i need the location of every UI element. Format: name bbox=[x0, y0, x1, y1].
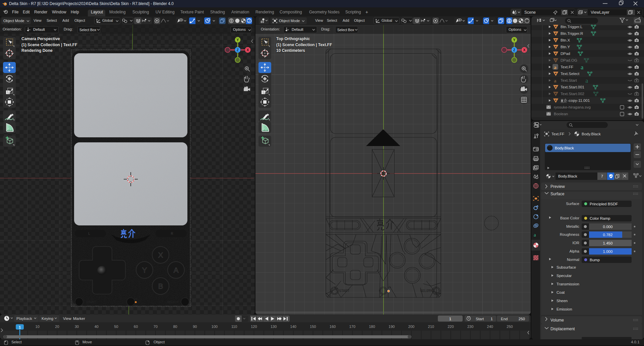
svg-text:70: 70 bbox=[154, 325, 158, 329]
svg-text:190: 190 bbox=[389, 325, 395, 329]
svg-text:130: 130 bbox=[271, 325, 277, 329]
svg-text:Text.FF: Text.FF bbox=[551, 132, 564, 136]
svg-text:Emission: Emission bbox=[557, 307, 572, 311]
svg-text:Subsurface: Subsurface bbox=[557, 265, 576, 269]
svg-text:Displacement: Displacement bbox=[550, 327, 575, 331]
svg-text:20: 20 bbox=[55, 325, 59, 329]
svg-text:220: 220 bbox=[448, 325, 454, 329]
svg-text:Base Color: Base Color bbox=[560, 216, 579, 220]
svg-text:140: 140 bbox=[290, 325, 296, 329]
svg-text:Sheen: Sheen bbox=[557, 299, 568, 303]
svg-text:L: L bbox=[88, 232, 90, 235]
svg-text:Specular: Specular bbox=[557, 274, 572, 278]
svg-text:Normal: Normal bbox=[567, 258, 579, 262]
svg-text:80: 80 bbox=[173, 325, 177, 329]
svg-text:Bump: Bump bbox=[590, 258, 600, 262]
svg-text:30: 30 bbox=[75, 325, 79, 329]
svg-text:Keying: Keying bbox=[42, 317, 53, 321]
svg-text:Text.Start: Text.Start bbox=[561, 78, 577, 82]
svg-text:R: R bbox=[171, 232, 173, 235]
svg-text:Color Ramp: Color Ramp bbox=[590, 216, 610, 220]
svg-text:50: 50 bbox=[114, 325, 118, 329]
svg-text:START: START bbox=[339, 289, 350, 293]
svg-text:Btn.Trigger.R: Btn.Trigger.R bbox=[561, 31, 583, 36]
svg-text:Z: Z bbox=[237, 48, 239, 52]
svg-text:B: B bbox=[158, 282, 163, 290]
svg-text:Body.Black: Body.Black bbox=[582, 132, 601, 136]
svg-text:1.450: 1.450 bbox=[603, 241, 613, 245]
svg-text:Z: Z bbox=[513, 48, 516, 52]
svg-text:250: 250 bbox=[519, 317, 525, 321]
svg-text:1.000: 1.000 bbox=[603, 250, 613, 254]
svg-text:1: 1 bbox=[491, 317, 493, 321]
svg-text:Y: Y bbox=[513, 38, 515, 42]
svg-text:240: 240 bbox=[487, 325, 493, 329]
svg-text:Text.Start.001: Text.Start.001 bbox=[561, 85, 584, 89]
svg-text:Coat: Coat bbox=[557, 290, 565, 294]
svg-text:Body.Black: Body.Black bbox=[558, 174, 577, 178]
svg-text:DPad: DPad bbox=[561, 52, 570, 56]
svg-text:X: X bbox=[246, 48, 249, 52]
svg-text:Volume: Volume bbox=[550, 318, 564, 323]
svg-text:150: 150 bbox=[310, 325, 316, 329]
svg-text:90: 90 bbox=[193, 325, 197, 329]
svg-text:FF: FF bbox=[388, 286, 391, 289]
svg-text:a: a bbox=[534, 232, 536, 237]
svg-text:Roughness: Roughness bbox=[560, 232, 579, 236]
svg-text:Y: Y bbox=[142, 266, 147, 274]
svg-text:1: 1 bbox=[449, 317, 451, 321]
svg-text:View: View bbox=[63, 317, 71, 321]
svg-text:X: X bbox=[523, 48, 525, 52]
svg-text:Start: Start bbox=[476, 317, 484, 321]
svg-text:Text.FF: Text.FF bbox=[561, 65, 573, 69]
svg-text:SELECT: SELECT bbox=[167, 300, 179, 304]
svg-text:a: a bbox=[554, 65, 557, 70]
svg-text:7: 7 bbox=[601, 174, 603, 178]
svg-text:DPad.OG: DPad.OG bbox=[561, 58, 577, 62]
svg-text:110: 110 bbox=[231, 325, 237, 329]
svg-text:230: 230 bbox=[467, 325, 473, 329]
svg-text:Body.Black: Body.Black bbox=[555, 146, 574, 150]
svg-text:Alpha: Alpha bbox=[570, 249, 580, 253]
svg-text:1: 1 bbox=[19, 325, 21, 329]
svg-text:a: a bbox=[585, 77, 588, 84]
svg-text:IOR: IOR bbox=[573, 241, 579, 245]
svg-text:Surface: Surface bbox=[550, 192, 565, 196]
svg-text:X: X bbox=[158, 251, 163, 259]
svg-text:Marker: Marker bbox=[73, 317, 85, 321]
svg-text:-copy-11.001: -copy-11.001 bbox=[568, 98, 590, 102]
svg-text:Btn.X: Btn.X bbox=[561, 38, 570, 42]
svg-text:120: 120 bbox=[251, 325, 257, 329]
svg-text:Surface: Surface bbox=[566, 202, 579, 206]
svg-text:0.000: 0.000 bbox=[603, 225, 613, 229]
svg-text:170: 170 bbox=[349, 325, 355, 329]
svg-text:250: 250 bbox=[507, 325, 513, 329]
svg-text:Metallic: Metallic bbox=[566, 224, 579, 228]
svg-text:Text.Start.002: Text.Start.002 bbox=[561, 92, 584, 96]
svg-text:A: A bbox=[174, 266, 179, 274]
svg-text:100: 100 bbox=[212, 325, 218, 329]
svg-text:START: START bbox=[86, 300, 96, 304]
svg-text:a: a bbox=[554, 78, 557, 83]
svg-text:10: 10 bbox=[36, 325, 40, 329]
svg-text:200: 200 bbox=[408, 325, 414, 329]
svg-text:40: 40 bbox=[95, 325, 99, 329]
svg-text:210: 210 bbox=[428, 325, 434, 329]
svg-text:Btn.Trigger.L: Btn.Trigger.L bbox=[561, 25, 583, 29]
svg-text:a: a bbox=[581, 64, 584, 71]
svg-text:Playback: Playback bbox=[16, 317, 32, 321]
svg-text:Boolean: Boolean bbox=[554, 112, 568, 116]
svg-text:Principled BSDF: Principled BSDF bbox=[590, 202, 618, 206]
svg-text:Preview: Preview bbox=[550, 184, 565, 189]
svg-text:End: End bbox=[501, 317, 508, 321]
svg-text:Text.Select: Text.Select bbox=[561, 72, 580, 76]
svg-text:Y: Y bbox=[236, 38, 239, 42]
svg-text:0.782: 0.782 bbox=[603, 233, 613, 237]
svg-text:ryosuke-hiragana.svg: ryosuke-hiragana.svg bbox=[554, 105, 591, 109]
svg-text:180: 180 bbox=[369, 325, 375, 329]
svg-text:Transmission: Transmission bbox=[557, 282, 579, 286]
svg-text:Btn.Y: Btn.Y bbox=[561, 45, 570, 49]
svg-text:60: 60 bbox=[134, 325, 138, 329]
svg-text:160: 160 bbox=[330, 325, 336, 329]
svg-text:FF: FF bbox=[134, 298, 138, 301]
